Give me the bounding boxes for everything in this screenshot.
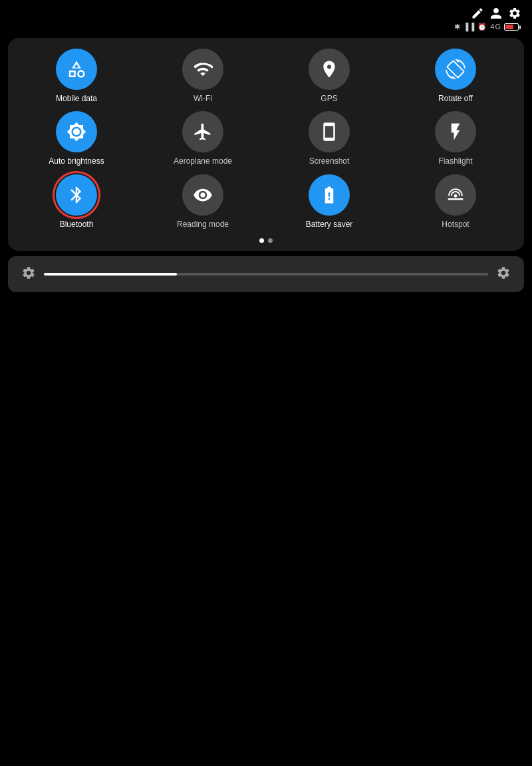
qs-item-rotate-off[interactable]: Rotate off — [395, 49, 516, 103]
battery-icon — [504, 23, 519, 31]
status-icons — [471, 7, 521, 20]
qs-item-flashlight[interactable]: Flashlight — [395, 111, 516, 166]
status-right: ✱ ▐▐ ⏰ 4G — [452, 7, 521, 31]
qs-icon-flashlight — [435, 111, 476, 152]
settings-icon[interactable] — [508, 7, 521, 20]
qs-label-rotate-off: Rotate off — [438, 94, 473, 103]
brightness-settings-right[interactable] — [496, 266, 511, 283]
qs-icon-rotate-off — [435, 49, 476, 90]
qs-item-reading-mode[interactable]: Reading mode — [142, 174, 263, 229]
brightness-bar — [8, 256, 524, 292]
qs-label-gps: GPS — [321, 94, 337, 103]
qs-label-reading-mode: Reading mode — [177, 220, 229, 229]
qs-grid: Mobile dataWi-FiGPSRotate offAuto bright… — [16, 49, 516, 229]
brightness-fill — [44, 273, 177, 276]
brightness-settings-left[interactable] — [21, 266, 36, 283]
qs-icon-mobile-data — [56, 49, 97, 90]
settings-right-icon — [496, 266, 511, 280]
qs-label-mobile-data: Mobile data — [56, 94, 97, 103]
qs-icon-reading-mode — [182, 174, 223, 216]
qs-icon-bluetooth — [56, 174, 97, 216]
qs-label-wifi: Wi-Fi — [194, 94, 212, 103]
qs-item-gps[interactable]: GPS — [269, 49, 390, 103]
qs-icon-hotspot — [435, 174, 476, 216]
qs-label-auto-brightness: Auto brightness — [49, 156, 104, 166]
account-icon — [489, 7, 503, 20]
page-indicators — [16, 238, 516, 243]
qs-label-battery-saver: Battery saver — [306, 220, 353, 229]
qs-icon-wifi — [182, 49, 223, 90]
qs-label-screenshot: Screenshot — [309, 156, 350, 166]
qs-item-auto-brightness[interactable]: Auto brightness — [16, 111, 137, 166]
qs-icon-screenshot — [309, 111, 350, 152]
page-dot-1 — [259, 238, 264, 243]
battery-bar — [504, 23, 519, 31]
qs-item-mobile-data[interactable]: Mobile data — [16, 49, 137, 103]
qs-item-hotspot[interactable]: Hotspot — [395, 174, 516, 229]
qs-icon-aeroplane-mode — [182, 111, 223, 152]
qs-item-screenshot[interactable]: Screenshot — [269, 111, 390, 166]
qs-item-aeroplane-mode[interactable]: Aeroplane mode — [142, 111, 263, 166]
brightness-slider[interactable] — [44, 273, 488, 276]
qs-icon-gps — [309, 49, 350, 90]
settings-left-icon — [21, 266, 36, 280]
qs-item-battery-saver[interactable]: Battery saver — [269, 174, 390, 229]
qs-item-bluetooth[interactable]: Bluetooth — [16, 174, 137, 229]
qs-label-aeroplane-mode: Aeroplane mode — [174, 156, 232, 166]
status-info: ✱ ▐▐ ⏰ 4G — [452, 23, 521, 31]
qs-icon-auto-brightness — [56, 111, 97, 152]
qs-label-bluetooth: Bluetooth — [60, 220, 94, 229]
quick-settings-panel: Mobile dataWi-FiGPSRotate offAuto bright… — [8, 38, 524, 251]
qs-label-hotspot: Hotspot — [442, 220, 469, 229]
qs-item-wifi[interactable]: Wi-Fi — [142, 49, 263, 103]
qs-icon-battery-saver — [309, 174, 350, 216]
status-indicators: ✱ ▐▐ ⏰ 4G — [454, 23, 501, 31]
edit-icon — [471, 7, 484, 20]
qs-label-flashlight: Flashlight — [438, 156, 472, 166]
page-dot-2 — [268, 238, 273, 243]
status-bar: ✱ ▐▐ ⏰ 4G — [0, 0, 532, 35]
